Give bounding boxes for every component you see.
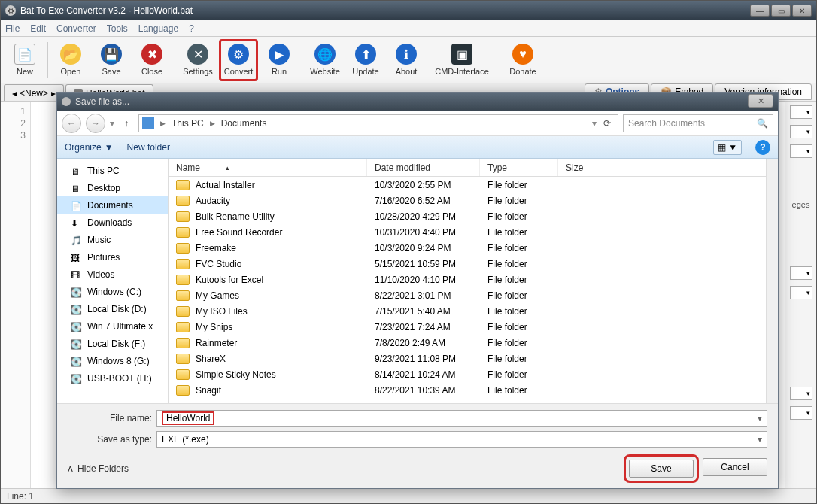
statusbar: Line: 1 — [1, 488, 816, 503]
about-button[interactable]: ℹAbout — [387, 39, 426, 81]
file-row[interactable]: FVC Studio5/15/2021 10:59 PMFile folder — [169, 256, 766, 272]
gear-icon — [62, 97, 71, 106]
nav-back-button[interactable]: ← — [62, 114, 81, 133]
nav-tree: 🖥This PC🖥Desktop📄Documents⬇Downloads🎵Mus… — [57, 159, 169, 403]
tab-new[interactable]: ◂ <New> ▸ — [4, 84, 64, 101]
menu-language[interactable]: Language — [138, 23, 178, 34]
truncated-label: eges — [792, 200, 810, 209]
file-row[interactable]: Free Sound Recorder10/31/2020 4:40 PMFil… — [169, 224, 766, 240]
open-button[interactable]: 📂Open — [51, 39, 90, 81]
update-button[interactable]: ⬆Update — [346, 39, 385, 81]
nav-forward-button[interactable]: → — [86, 114, 105, 133]
organize-menu[interactable]: Organize ▼ — [65, 142, 114, 153]
scrollbar[interactable] — [766, 159, 778, 403]
filename-label: File name: — [68, 413, 152, 424]
file-row[interactable]: My Games8/22/2021 3:01 PMFile folder — [169, 287, 766, 303]
new-folder-button[interactable]: New folder — [127, 142, 170, 153]
main-titlebar: ⚙ Bat To Exe Converter v3.2 - HelloWorld… — [1, 1, 816, 20]
panel-dropdown[interactable]: ▾ — [790, 266, 812, 280]
new-button[interactable]: 📄New — [5, 39, 44, 81]
tree-item[interactable]: 💽Local Disk (D:) — [57, 300, 168, 317]
nav-up-button[interactable]: ↑ — [119, 116, 134, 131]
panel-dropdown[interactable]: ▾ — [790, 406, 812, 420]
minimize-button[interactable]: — — [750, 5, 770, 17]
menubar: File Edit Converter Tools Language ? — [1, 20, 816, 37]
search-icon: 🔍 — [757, 118, 768, 129]
settings-button[interactable]: ✕Settings — [178, 39, 217, 81]
saveastype-dropdown[interactable]: EXE (*.exe) ▾ — [156, 431, 767, 448]
save-button[interactable]: Save — [629, 460, 694, 478]
tree-item[interactable]: 🖥Desktop — [57, 179, 168, 196]
panel-dropdown[interactable]: ▾ — [790, 125, 812, 138]
file-list-header[interactable]: Name▴ Date modified Type Size — [169, 159, 766, 177]
tree-item[interactable]: ⬇Downloads — [57, 214, 168, 231]
file-row[interactable]: Kutools for Excel11/10/2020 4:10 PMFile … — [169, 272, 766, 287]
save-button[interactable]: 💾Save — [92, 39, 131, 81]
file-row[interactable]: Rainmeter7/8/2020 2:49 AMFile folder — [169, 335, 766, 351]
menu-file[interactable]: File — [5, 23, 20, 34]
tree-item[interactable]: 🎞Videos — [57, 266, 168, 283]
file-row[interactable]: Snagit8/22/2021 10:39 AMFile folder — [169, 382, 766, 398]
options-panel: ▾ ▾ ▾ eges ▾ ▾ ▾ ▾ — [785, 102, 816, 488]
tree-item[interactable]: 💽Windows (C:) — [57, 283, 168, 300]
file-row[interactable]: Freemake10/3/2020 9:24 PMFile folder — [169, 240, 766, 256]
dialog-titlebar: Save file as... ✕ — [57, 93, 778, 111]
tree-item[interactable]: 🎵Music — [57, 231, 168, 248]
tree-item[interactable]: 💽USB-BOOT (H:) — [57, 369, 168, 387]
website-button[interactable]: 🌐Website — [305, 39, 345, 81]
file-row[interactable]: Actual Installer10/3/2020 2:55 PMFile fo… — [169, 177, 766, 193]
filename-input[interactable]: HelloWorld ▾ — [156, 410, 767, 427]
panel-dropdown[interactable]: ▾ — [790, 286, 812, 299]
file-row[interactable]: Bulk Rename Utility10/28/2020 4:29 PMFil… — [169, 208, 766, 224]
save-file-dialog: Save file as... ✕ ← → ▾ ↑ ▶ This PC ▶ Do… — [56, 92, 779, 489]
saveastype-label: Save as type: — [68, 434, 152, 445]
tree-item[interactable]: 🖥This PC — [57, 162, 168, 179]
tree-item[interactable]: 💽Win 7 Ultimate x — [57, 317, 168, 335]
chevron-up-icon: ʌ — [68, 463, 73, 474]
tree-item[interactable]: 📄Documents — [57, 196, 168, 214]
file-row[interactable]: Simple Sticky Notes8/14/2021 10:24 AMFil… — [169, 366, 766, 382]
dialog-close-button[interactable]: ✕ — [748, 94, 773, 108]
help-button[interactable]: ? — [755, 140, 770, 155]
menu-converter[interactable]: Converter — [56, 23, 96, 34]
file-row[interactable]: ShareX9/23/2021 11:08 PMFile folder — [169, 351, 766, 366]
address-bar[interactable]: ▶ This PC ▶ Documents ▾ ⟳ — [138, 114, 618, 132]
tree-item[interactable]: 💽Local Disk (F:) — [57, 335, 168, 352]
tree-item[interactable]: 💽Windows 8 (G:) — [57, 352, 168, 369]
window-title: Bat To Exe Converter v3.2 - HelloWorld.b… — [20, 5, 750, 16]
maximize-button[interactable]: ▭ — [771, 5, 791, 17]
cmd-interface-button[interactable]: ▣CMD-Interface — [427, 39, 497, 81]
donate-button[interactable]: ♥Donate — [503, 39, 542, 81]
run-button[interactable]: ▶Run — [260, 39, 299, 81]
dialog-title: Save file as... — [75, 96, 129, 107]
file-list[interactable]: Actual Installer10/3/2020 2:55 PMFile fo… — [169, 177, 766, 403]
hide-folders-toggle[interactable]: ʌ Hide Folders — [68, 463, 129, 474]
view-options-button[interactable]: ▦ ▼ — [713, 140, 742, 155]
file-row[interactable]: Audacity7/16/2020 6:52 AMFile folder — [169, 193, 766, 208]
close-file-button[interactable]: ✖Close — [132, 39, 172, 81]
panel-dropdown[interactable]: ▾ — [790, 105, 812, 119]
tree-item[interactable]: 🖼Pictures — [57, 248, 168, 266]
cancel-button[interactable]: Cancel — [703, 458, 767, 476]
convert-button[interactable]: ⚙Convert — [219, 39, 258, 81]
close-window-button[interactable]: ✕ — [792, 5, 812, 17]
file-row[interactable]: My ISO Files7/15/2021 5:40 AMFile folder — [169, 303, 766, 319]
menu-tools[interactable]: Tools — [107, 23, 128, 34]
menu-edit[interactable]: Edit — [30, 23, 46, 34]
menu-help[interactable]: ? — [189, 23, 194, 34]
line-gutter: 123 — [1, 102, 31, 488]
toolbar: 📄New 📂Open 💾Save ✖Close ✕Settings ⚙Conve… — [1, 37, 816, 83]
app-icon: ⚙ — [5, 5, 16, 16]
status-line: Line: 1 — [7, 491, 34, 502]
refresh-icon[interactable]: ⟳ — [600, 118, 615, 129]
panel-dropdown[interactable]: ▾ — [790, 144, 812, 158]
file-row[interactable]: My Snips7/23/2021 7:24 AMFile folder — [169, 319, 766, 335]
panel-dropdown[interactable]: ▾ — [790, 387, 812, 400]
search-input[interactable]: Search Documents 🔍 — [623, 114, 773, 132]
